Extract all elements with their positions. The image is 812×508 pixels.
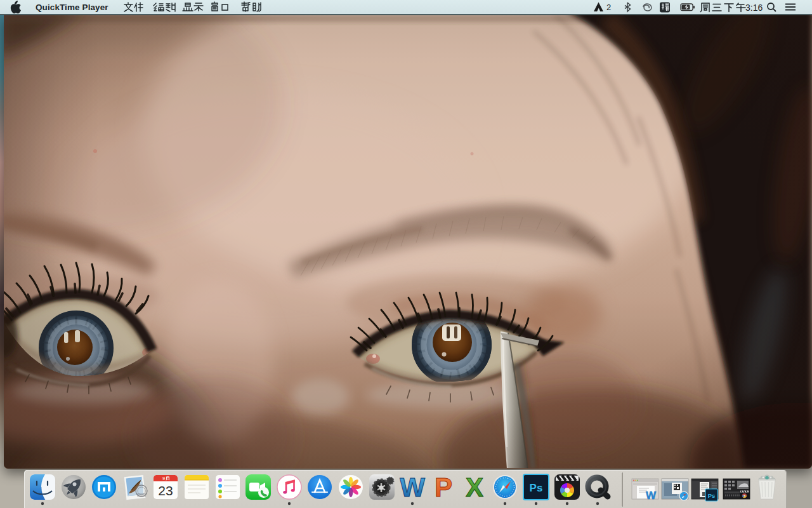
svg-text:W: W — [646, 490, 657, 502]
svg-text:W: W — [400, 472, 425, 502]
svg-text:P: P — [435, 472, 452, 502]
svg-text:23: 23 — [158, 483, 173, 498]
svg-text:9: 9 — [162, 476, 165, 481]
svg-text:3:16: 3:16 — [745, 3, 763, 13]
svg-text:Ps: Ps — [530, 482, 543, 494]
svg-text:X: X — [466, 472, 483, 502]
svg-text:2: 2 — [606, 3, 611, 12]
svg-text:Ps: Ps — [708, 492, 716, 499]
